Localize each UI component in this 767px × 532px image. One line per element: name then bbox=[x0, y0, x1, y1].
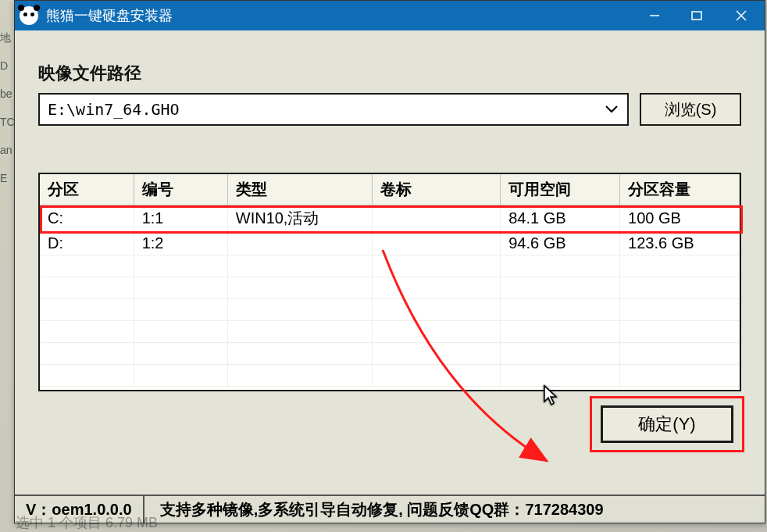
close-icon bbox=[735, 9, 747, 22]
cell-free: 84.1 GB bbox=[501, 205, 620, 232]
image-path-combo[interactable]: E:\win7_64.GHO bbox=[38, 93, 629, 126]
cell-free: 94.6 GB bbox=[501, 232, 620, 255]
table-row[interactable]: C:1:1WIN10,活动84.1 GB100 GB bbox=[40, 205, 740, 232]
cell-drive bbox=[40, 277, 134, 299]
cell-type bbox=[227, 343, 373, 365]
col-header-number[interactable]: 编号 bbox=[134, 174, 227, 205]
cell-number bbox=[134, 365, 227, 387]
cell-drive bbox=[40, 321, 134, 343]
table-row bbox=[40, 277, 740, 299]
image-path-value: E:\win7_64.GHO bbox=[48, 100, 596, 119]
cell-label bbox=[373, 299, 501, 321]
cell-type bbox=[227, 255, 373, 277]
maximize-icon bbox=[691, 10, 702, 21]
table-row bbox=[40, 365, 740, 387]
cell-label bbox=[373, 205, 501, 232]
installer-window: 熊猫一键硬盘安装器 映像文件路径 E:\win7_64.GHO 浏览(S) bbox=[14, 0, 765, 523]
minimize-button[interactable] bbox=[633, 1, 676, 30]
confirm-area: 确定(Y) bbox=[38, 405, 741, 443]
cell-number bbox=[134, 277, 227, 299]
maximize-button[interactable] bbox=[676, 1, 718, 30]
table-row[interactable]: D:1:294.6 GB123.6 GB bbox=[40, 232, 740, 255]
cell-type bbox=[227, 365, 373, 387]
table-header-row: 分区 编号 类型 卷标 可用空间 分区容量 bbox=[40, 174, 740, 205]
cell-number bbox=[134, 299, 227, 321]
cell-free bbox=[501, 255, 620, 277]
cell-capacity bbox=[620, 277, 740, 299]
cell-capacity bbox=[620, 321, 740, 343]
chevron-down-icon bbox=[596, 105, 627, 113]
cell-drive bbox=[40, 343, 134, 365]
cell-capacity: 100 GB bbox=[620, 205, 740, 232]
cell-number bbox=[134, 255, 227, 277]
browse-button[interactable]: 浏览(S) bbox=[640, 93, 741, 126]
cell-capacity bbox=[620, 299, 740, 321]
browse-button-label: 浏览(S) bbox=[665, 99, 717, 120]
table-row bbox=[40, 321, 740, 343]
cell-label bbox=[373, 277, 501, 299]
cell-label bbox=[373, 365, 501, 387]
cell-drive bbox=[40, 299, 134, 321]
cell-capacity bbox=[620, 365, 740, 387]
cursor-icon bbox=[543, 384, 558, 406]
cell-label bbox=[373, 255, 501, 277]
confirm-button-label: 确定(Y) bbox=[638, 412, 695, 436]
background-text: 选中 1 个项目 6.79 MB bbox=[16, 513, 158, 532]
svg-rect-1 bbox=[692, 12, 701, 20]
cell-label bbox=[373, 321, 501, 343]
cell-free bbox=[501, 299, 620, 321]
cell-free bbox=[501, 365, 620, 387]
cell-free bbox=[501, 343, 620, 365]
support-text: 支持多种镜像,多系统引导自动修复, 问题反馈QQ群：717284309 bbox=[144, 499, 604, 520]
cell-type bbox=[227, 232, 373, 255]
cell-number: 1:1 bbox=[134, 205, 227, 232]
table-row bbox=[40, 299, 740, 321]
table-row bbox=[40, 343, 740, 365]
cell-type bbox=[227, 321, 373, 343]
col-header-capacity[interactable]: 分区容量 bbox=[620, 174, 740, 205]
cell-label bbox=[373, 232, 501, 255]
minimize-icon bbox=[649, 10, 660, 21]
table-row bbox=[40, 255, 740, 277]
col-header-type[interactable]: 类型 bbox=[227, 174, 373, 205]
cell-capacity bbox=[620, 343, 740, 365]
cell-drive bbox=[40, 255, 134, 277]
cell-drive: D: bbox=[40, 232, 134, 255]
close-button[interactable] bbox=[718, 1, 765, 30]
window-title: 熊猫一键硬盘安装器 bbox=[46, 6, 633, 25]
cell-number bbox=[134, 343, 227, 365]
cell-number bbox=[134, 321, 227, 343]
cell-label bbox=[373, 343, 501, 365]
panda-icon bbox=[20, 6, 38, 25]
col-header-label[interactable]: 卷标 bbox=[373, 174, 501, 205]
cell-type: WIN10,活动 bbox=[227, 205, 373, 232]
cell-free bbox=[501, 321, 620, 343]
cell-capacity bbox=[620, 255, 740, 277]
cell-drive: C: bbox=[40, 205, 134, 232]
col-header-free[interactable]: 可用空间 bbox=[501, 174, 620, 205]
image-path-label: 映像文件路径 bbox=[38, 62, 741, 85]
confirm-button[interactable]: 确定(Y) bbox=[601, 405, 733, 443]
client-area: 映像文件路径 E:\win7_64.GHO 浏览(S) 分区 bbox=[15, 30, 765, 495]
cell-free bbox=[501, 277, 620, 299]
partition-table[interactable]: 分区 编号 类型 卷标 可用空间 分区容量 C:1:1WIN10,活动84.1 … bbox=[38, 173, 741, 391]
cell-number: 1:2 bbox=[134, 232, 227, 255]
col-header-drive[interactable]: 分区 bbox=[40, 174, 134, 205]
cell-type bbox=[227, 277, 373, 299]
window-control-buttons bbox=[633, 1, 765, 30]
cell-drive bbox=[40, 365, 134, 387]
cell-type bbox=[227, 299, 373, 321]
cell-capacity: 123.6 GB bbox=[620, 232, 740, 255]
image-path-row: E:\win7_64.GHO 浏览(S) bbox=[38, 93, 741, 126]
titlebar: 熊猫一键硬盘安装器 bbox=[15, 1, 765, 30]
